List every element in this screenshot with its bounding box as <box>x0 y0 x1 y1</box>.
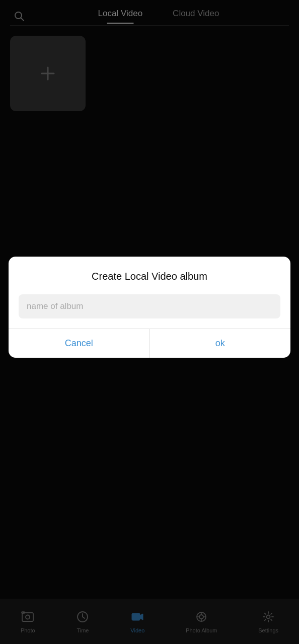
album-name-input[interactable] <box>19 294 280 318</box>
dialog-input-wrap <box>9 294 290 329</box>
dialog-actions: Cancel ok <box>9 329 290 358</box>
cancel-button[interactable]: Cancel <box>9 329 150 358</box>
ok-button[interactable]: ok <box>150 329 291 358</box>
dialog-title: Create Local Video album <box>9 257 290 294</box>
create-album-dialog: Create Local Video album Cancel ok <box>9 257 290 358</box>
dialog-overlay[interactable]: Create Local Video album Cancel ok <box>0 0 299 644</box>
